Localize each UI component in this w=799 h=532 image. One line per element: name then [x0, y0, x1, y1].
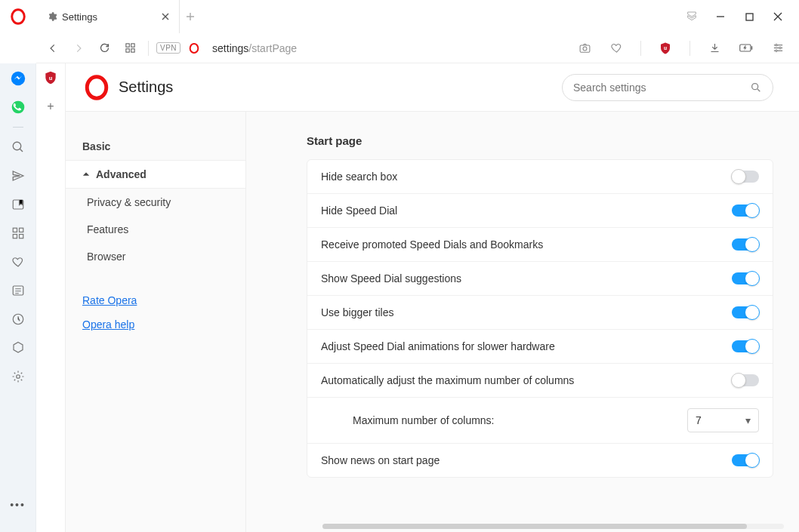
- settings-content: Start page Hide search box Hide Speed Di…: [245, 112, 799, 532]
- settings-rail-icon[interactable]: [9, 367, 27, 386]
- forward-button[interactable]: [68, 38, 89, 59]
- toolbar-separator: [640, 41, 641, 56]
- search-settings[interactable]: [562, 74, 773, 101]
- window-minimize-button[interactable]: [713, 9, 728, 24]
- svg-rect-4: [125, 49, 128, 52]
- tabs-icon[interactable]: [9, 224, 27, 242]
- toggle-show-news[interactable]: [732, 454, 759, 466]
- window-close-button[interactable]: [770, 9, 785, 24]
- toggle-slow-anim[interactable]: [732, 340, 759, 352]
- speed-dial-button[interactable]: [119, 38, 140, 59]
- nav-browser[interactable]: Browser: [66, 243, 245, 270]
- select-max-columns[interactable]: 7 ▾: [687, 408, 759, 432]
- toggle-bigger-tiles[interactable]: [732, 306, 759, 318]
- svg-point-8: [583, 47, 587, 51]
- toggle-auto-columns[interactable]: [732, 374, 759, 386]
- page-title: Settings: [119, 78, 173, 96]
- toggle-suggestions[interactable]: [732, 272, 759, 284]
- svg-point-12: [775, 45, 777, 47]
- section-title: Start page: [307, 134, 773, 147]
- svg-rect-2: [125, 44, 128, 47]
- nav-privacy[interactable]: Privacy & security: [66, 189, 245, 216]
- svg-point-27: [87, 76, 106, 97]
- titlebar-spacer: [201, 0, 684, 33]
- window-maximize-button[interactable]: [742, 9, 757, 24]
- toggle-receive-promoted[interactable]: [732, 238, 759, 251]
- address-bar[interactable]: settings/startPage: [212, 42, 569, 54]
- setting-suggestions: Show Speed Dial suggestions: [307, 261, 773, 295]
- svg-text:u: u: [664, 45, 667, 51]
- personal-news-icon[interactable]: [9, 167, 27, 185]
- tab-settings[interactable]: Settings: [36, 0, 180, 33]
- svg-rect-19: [13, 228, 17, 232]
- horizontal-scrollbar[interactable]: [322, 524, 784, 529]
- downloads-button[interactable]: [704, 38, 725, 59]
- rail-divider: [13, 127, 23, 128]
- close-icon[interactable]: [159, 11, 171, 23]
- svg-rect-21: [13, 235, 17, 238]
- svg-text:u: u: [49, 75, 53, 81]
- toggle-hide-speed-dial[interactable]: [732, 204, 759, 217]
- toolbar-separator: [689, 41, 690, 56]
- setting-receive-promoted: Receive promoted Speed Dials and Bookmar…: [307, 227, 773, 261]
- search-input[interactable]: [573, 81, 744, 94]
- nav-advanced[interactable]: Advanced: [66, 160, 245, 189]
- toggle-hide-search[interactable]: [732, 171, 759, 183]
- sidebar-more-icon[interactable]: •••: [9, 496, 27, 514]
- sidebar-rail: •••: [0, 63, 36, 532]
- easy-setup-button[interactable]: [767, 38, 788, 59]
- extensions-icon[interactable]: [9, 339, 27, 357]
- add-extension-button[interactable]: +: [42, 98, 59, 115]
- url-path: /startPage: [248, 42, 297, 54]
- battery-saver-button[interactable]: [736, 38, 757, 59]
- setting-slow-anim: Adjust Speed Dial animations for slower …: [307, 329, 773, 363]
- svg-point-25: [16, 375, 20, 379]
- svg-rect-22: [19, 235, 23, 238]
- bookmark-heart-button[interactable]: [606, 38, 627, 59]
- svg-point-6: [190, 44, 199, 53]
- instant-search-icon[interactable]: [9, 138, 27, 156]
- nav-features[interactable]: Features: [66, 216, 245, 243]
- svg-point-16: [11, 101, 24, 114]
- nav-advanced-label: Advanced: [96, 168, 147, 180]
- heart-rail-icon[interactable]: [9, 253, 27, 271]
- messenger-icon[interactable]: [9, 69, 27, 88]
- pinned-extensions: u +: [36, 63, 65, 532]
- snapshot-button[interactable]: [574, 38, 595, 59]
- setting-max-columns: Maximum number of columns: 7 ▾: [307, 397, 773, 443]
- ublock-shield-icon[interactable]: u: [655, 38, 676, 59]
- svg-point-28: [752, 83, 758, 89]
- setting-show-news: Show news on start page: [307, 443, 773, 477]
- news-rail-icon[interactable]: [9, 281, 27, 300]
- opera-menu-button[interactable]: [0, 0, 36, 33]
- history-icon[interactable]: [9, 310, 27, 328]
- tab-title: Settings: [62, 11, 155, 23]
- svg-rect-7: [580, 45, 590, 52]
- svg-rect-20: [19, 228, 23, 232]
- ublock-pinned-icon[interactable]: u: [42, 69, 59, 86]
- nav-basic[interactable]: Basic: [66, 133, 245, 160]
- svg-point-13: [779, 47, 781, 49]
- vpn-badge[interactable]: VPN: [156, 42, 180, 54]
- settings-nav: Basic Advanced Privacy & security Featur…: [66, 112, 245, 532]
- svg-rect-5: [131, 49, 134, 52]
- url-base: settings: [212, 42, 248, 54]
- svg-point-0: [12, 10, 25, 23]
- svg-point-14: [775, 50, 777, 52]
- adblock-indicator-icon[interactable]: [684, 9, 699, 24]
- toolbar-separator: [148, 41, 149, 56]
- setting-auto-columns: Automatically adjust the maximum number …: [307, 363, 773, 397]
- nav-opera-help[interactable]: Opera help: [66, 312, 245, 337]
- setting-hide-speed-dial: Hide Speed Dial: [307, 193, 773, 227]
- chevron-up-icon: [82, 171, 90, 178]
- back-button[interactable]: [42, 38, 63, 59]
- svg-rect-1: [746, 14, 753, 20]
- whatsapp-icon[interactable]: [9, 98, 27, 116]
- bookmarks-rail-icon[interactable]: [9, 195, 27, 214]
- nav-rate-opera[interactable]: Rate Opera: [66, 288, 245, 312]
- new-tab-button[interactable]: [180, 0, 201, 33]
- reload-button[interactable]: [94, 38, 115, 59]
- chevron-down-icon: ▾: [745, 414, 751, 426]
- svg-rect-11: [751, 46, 753, 50]
- select-value: 7: [696, 414, 702, 426]
